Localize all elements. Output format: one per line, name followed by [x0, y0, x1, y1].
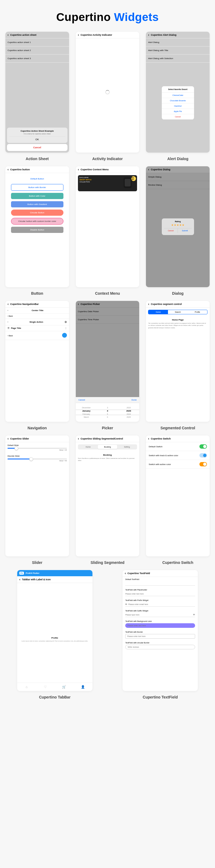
card-label: Navigation	[28, 426, 47, 430]
prefix-textfield[interactable]	[128, 603, 195, 605]
topbar: ‹ Cupertino action sheet	[5, 32, 69, 38]
tab-search[interactable]: Search	[168, 310, 188, 314]
heart-icon[interactable]: ♡	[36, 683, 55, 691]
picker-card: ‹ Cupertino Picker Cupertino Date Picker…	[76, 301, 140, 422]
context-menu-card: ‹ Cupertino Context Menu EXCLUSIVE SMART…	[76, 166, 140, 287]
topbar: ‹ Cupertino NavigationBar	[5, 301, 69, 308]
track-color-switch[interactable]	[199, 453, 207, 458]
tab-setting[interactable]: Setting	[117, 445, 136, 449]
disable-button: Disable Button	[11, 227, 63, 233]
default-slider[interactable]	[7, 448, 67, 448]
sliding-segmented-control[interactable]: Home Booking Setting	[78, 444, 137, 450]
back-icon[interactable]: ‹	[19, 578, 21, 581]
tab-profile[interactable]: Profile	[188, 310, 207, 314]
suffix-textfield[interactable]	[125, 614, 192, 616]
default-switch[interactable]	[199, 444, 207, 448]
month-wheel[interactable]: December January February March	[76, 403, 97, 422]
circular-border-button[interactable]: Circular button with custom border color	[11, 218, 63, 225]
user-icon[interactable]: 👤	[74, 683, 92, 691]
list-item[interactable]: Alert Dialog with Selection	[146, 55, 210, 63]
list-item[interactable]: Review Dialog	[146, 181, 210, 189]
list-item[interactable]: Cupertino action sheet 2	[5, 46, 69, 55]
list-item[interactable]: Simple Dialog	[146, 173, 210, 181]
home-icon[interactable]: ⌂	[17, 683, 36, 691]
back-icon[interactable]: ‹	[148, 168, 149, 171]
cancel-button[interactable]: Cancel	[7, 144, 67, 151]
default-textfield[interactable]	[125, 581, 195, 586]
ok-button[interactable]: OK	[9, 136, 65, 141]
day-wheel[interactable]: 3 4 5 6	[97, 403, 118, 422]
action-dot[interactable]	[62, 333, 67, 338]
tab-bar[interactable]: ⌂ ♡ 🛒 👤	[17, 683, 92, 691]
cancel-button[interactable]: Cancel	[164, 228, 178, 233]
list-item[interactable]: Cupertino Time Picker	[76, 316, 140, 324]
default-button[interactable]: Default Button	[11, 176, 63, 182]
segmented-control[interactable]: Home Search Profile	[148, 310, 208, 314]
list-item[interactable]: Cupertino Date Picker	[76, 308, 140, 316]
topbar: ‹ Cupertino Sliding SegmentedControl	[76, 435, 140, 442]
placeholder-textfield[interactable]	[125, 592, 195, 596]
list-item[interactable]: Cupertino action sheet 3	[5, 55, 69, 63]
back-link[interactable]: ‹ Back	[7, 315, 13, 317]
nav-bar: ‹ Single Action ⚙	[5, 319, 69, 326]
gradient-button[interactable]: Button with Gradient	[11, 201, 63, 207]
back-icon[interactable]: ‹	[7, 168, 9, 171]
back-icon[interactable]: ‹	[7, 33, 9, 36]
year-wheel[interactable]: 2022 2023 2024 2025	[118, 403, 139, 422]
circular-textfield[interactable]	[125, 645, 195, 649]
back-icon[interactable]: ‹	[78, 437, 79, 440]
tab-home[interactable]: Home	[148, 310, 168, 314]
option[interactable]: Chocolate Brownie	[162, 98, 194, 103]
back-icon[interactable]: ‹	[148, 437, 149, 440]
circular-button[interactable]: Circular Button	[11, 210, 63, 216]
back-icon[interactable]: ‹	[7, 303, 9, 306]
tab-booking[interactable]: Booking	[98, 445, 117, 449]
discrete-slider[interactable]	[7, 459, 67, 459]
back-icon[interactable]: ‹	[148, 33, 149, 36]
tab-home[interactable]: Home	[79, 445, 98, 449]
cancel-option[interactable]: Cancel	[162, 114, 194, 120]
border-textfield[interactable]	[125, 634, 195, 639]
gear-icon[interactable]: ⚙	[64, 320, 67, 323]
list-item[interactable]: Alert Dialog with Title	[146, 46, 210, 55]
menu-icon[interactable]: ☰	[7, 327, 9, 329]
picker-done[interactable]: Done	[131, 399, 136, 401]
back-icon[interactable]: ‹	[78, 303, 79, 306]
eye-icon[interactable]: 👁	[193, 614, 195, 616]
back-link[interactable]: ‹ Back	[7, 335, 13, 337]
topbar: ‹ Cupertino Switch	[146, 435, 210, 442]
option[interactable]: Hazelnut	[162, 103, 194, 109]
star-rating[interactable]: ★★★★★	[164, 223, 192, 226]
topbar: ‹ Cupertino button	[5, 166, 69, 173]
back-icon[interactable]: ‹	[148, 303, 149, 306]
list-item[interactable]: Alert Dialog	[146, 38, 210, 46]
topbar: ‹ Cupertino TextField	[123, 570, 198, 577]
card-label: Button	[31, 291, 43, 296]
picker-cancel[interactable]: Cancel	[79, 399, 85, 401]
back-icon[interactable]: ‹	[7, 437, 9, 440]
switch-label: Switch with active color	[149, 463, 171, 466]
product-banner[interactable]: EXCLUSIVE SMART WATCH COLLECTION 30% OFF	[78, 175, 137, 191]
submit-button[interactable]: Submit	[178, 228, 192, 233]
cart-icon[interactable]: 🛒	[55, 683, 74, 691]
app-header: PK ProKit Flutter	[17, 570, 92, 576]
option[interactable]: CheeseCake	[162, 93, 194, 98]
back-icon[interactable]: ‹	[125, 572, 126, 575]
active-color-switch[interactable]	[199, 462, 207, 466]
nav-bar: ‹ Back	[5, 313, 69, 319]
date-picker[interactable]: Cancel Done December January February Ma…	[76, 397, 140, 422]
color-button[interactable]: Button with Color	[11, 193, 63, 199]
bg-textfield[interactable]	[125, 623, 195, 628]
nav-bar: ☰ Page Title ⋮	[5, 326, 69, 331]
slider-label: Discrete Slider	[7, 455, 67, 457]
back-icon[interactable]: ‹	[78, 33, 79, 36]
option[interactable]: Apple Pie	[162, 109, 194, 114]
back-icon[interactable]: ‹	[78, 168, 79, 171]
border-button[interactable]: Button with Border	[11, 184, 63, 191]
topbar: ‹ Cupertino Activity Indicator	[76, 32, 140, 38]
card-label: Picker	[102, 426, 113, 430]
nav-bar: ‹ Back	[5, 331, 69, 340]
tabbar-card: PK ProKit Flutter ‹ TabBar with Label & …	[17, 570, 92, 691]
list-item[interactable]: Cupertino action sheet 1	[5, 38, 69, 46]
more-icon[interactable]: ⋮	[65, 327, 67, 329]
